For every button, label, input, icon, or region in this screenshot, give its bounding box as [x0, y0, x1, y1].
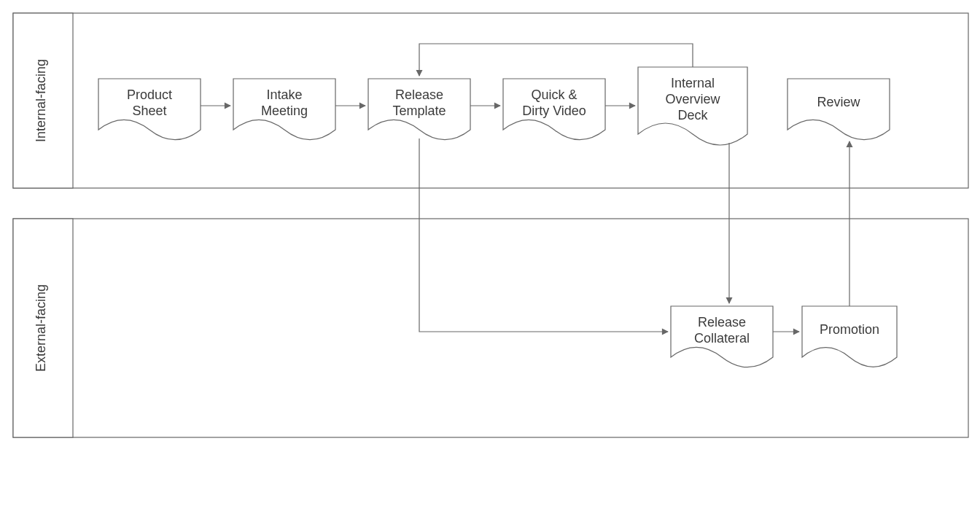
lane-internal-label: Internal-facing	[34, 59, 48, 142]
node-intake-meeting-line2: Meeting	[261, 104, 308, 118]
node-overview-deck-line3: Deck	[677, 108, 708, 122]
node-quick-dirty-line1: Quick &	[531, 87, 577, 102]
swimlane-diagram: Internal-facing External-facing Product …	[0, 0, 980, 511]
node-review-line1: Review	[817, 95, 860, 109]
node-release-template-line1: Release	[395, 87, 443, 102]
node-promotion-line1: Promotion	[820, 322, 879, 337]
node-intake-meeting-line1: Intake	[266, 87, 302, 102]
node-quick-dirty-line2: Dirty Video	[522, 104, 586, 118]
node-release-template-line2: Template	[392, 104, 446, 118]
node-release-collateral-line1: Release	[698, 315, 746, 329]
node-product-sheet-line2: Sheet	[132, 104, 166, 118]
node-overview-deck-line2: Overview	[665, 92, 720, 106]
lane-external-label: External-facing	[34, 284, 48, 372]
node-overview-deck-line1: Internal	[671, 76, 715, 90]
node-product-sheet-line1: Product	[127, 87, 172, 102]
node-release-collateral-line2: Collateral	[694, 331, 750, 346]
